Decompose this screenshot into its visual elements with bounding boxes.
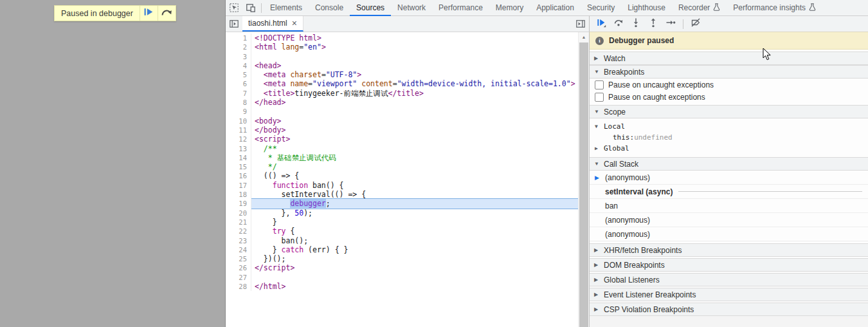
line-number[interactable]: 26: [226, 263, 251, 272]
code-line[interactable]: /**: [251, 144, 578, 153]
line-number[interactable]: 23: [226, 236, 251, 245]
resume-button[interactable]: [596, 17, 606, 30]
code-line[interactable]: } catch (err) { }: [251, 245, 578, 254]
line-number[interactable]: 5: [226, 70, 251, 79]
call-stack-frame-setinterval-async[interactable]: setInterval (async): [590, 185, 868, 199]
checkbox-pause-on-caught-exceptions[interactable]: [595, 93, 604, 102]
step-into-button[interactable]: [631, 17, 641, 30]
code-line[interactable]: <body>: [251, 117, 578, 126]
code-line[interactable]: (() => {: [251, 171, 578, 180]
code-line[interactable]: * 基础禁止调试代码: [251, 153, 578, 162]
code-line[interactable]: </script>: [251, 263, 578, 272]
editor-scrollbar[interactable]: ▲: [578, 32, 589, 327]
scope-local[interactable]: ▼ Local: [590, 120, 868, 132]
call-stack-frame-anonymous[interactable]: (anonymous): [590, 213, 868, 227]
line-number[interactable]: 9: [226, 107, 251, 116]
code-line[interactable]: <meta charset="UTF-8">: [251, 70, 578, 79]
line-number[interactable]: 27: [226, 273, 251, 282]
code-line[interactable]: [251, 273, 578, 282]
line-number[interactable]: 1: [226, 33, 251, 42]
file-tab-tiaoshi-html[interactable]: tiaoshi.html ×: [242, 16, 303, 32]
line-number[interactable]: 16: [226, 171, 251, 180]
scope-section-header[interactable]: ▼ Scope: [590, 105, 868, 118]
line-number[interactable]: 6: [226, 79, 251, 88]
tab-performance-insights[interactable]: Performance insights: [727, 0, 822, 16]
call-stack-frame-ban[interactable]: ban: [590, 199, 868, 213]
code-line[interactable]: setInterval(() => {: [251, 190, 578, 199]
code-line[interactable]: }: [251, 218, 578, 227]
step-over-button[interactable]: [613, 17, 624, 30]
toggle-sidebar-icon[interactable]: [572, 16, 589, 32]
line-number[interactable]: 17: [226, 181, 251, 190]
code-line[interactable]: <head>: [251, 61, 578, 70]
code-line[interactable]: debugger;: [251, 199, 578, 208]
line-number[interactable]: 8: [226, 98, 251, 107]
scroll-up-icon[interactable]: ▲: [579, 32, 589, 42]
breakpoints-section-header[interactable]: ▼ Breakpoints: [590, 65, 868, 79]
step-over-button[interactable]: [158, 6, 176, 21]
code-line[interactable]: <!DOCTYPE html>: [251, 33, 578, 42]
line-number[interactable]: 2: [226, 42, 251, 51]
code-line[interactable]: try {: [251, 227, 578, 236]
tab-performance[interactable]: Performance: [432, 0, 489, 16]
tab-lighthouse[interactable]: Lighthouse: [621, 0, 672, 16]
line-number[interactable]: 13: [226, 144, 251, 153]
device-toolbar-icon[interactable]: [242, 0, 259, 15]
line-number[interactable]: 25: [226, 254, 251, 263]
deactivate-breakpoints-button[interactable]: [691, 17, 701, 30]
code-line[interactable]: function ban() {: [251, 181, 578, 190]
step-out-button[interactable]: [648, 17, 658, 30]
code-line[interactable]: <html lang="en">: [251, 42, 578, 51]
code-line[interactable]: })();: [251, 254, 578, 263]
resume-script-button[interactable]: [140, 6, 158, 21]
tab-security[interactable]: Security: [581, 0, 621, 16]
watch-section-header[interactable]: ▶ Watch: [590, 51, 868, 65]
scope-global[interactable]: ▶ Global: [590, 142, 868, 154]
code-line[interactable]: <script>: [251, 135, 578, 144]
dom-breakpoints-header[interactable]: ▶DOM Breakpoints: [590, 258, 868, 272]
line-number[interactable]: 10: [226, 117, 251, 126]
line-number[interactable]: 4: [226, 61, 251, 70]
code-line[interactable]: */: [251, 162, 578, 171]
scrollbar-thumb[interactable]: [579, 42, 588, 327]
tab-application[interactable]: Application: [530, 0, 581, 16]
line-number[interactable]: 22: [226, 227, 251, 236]
tab-sources[interactable]: Sources: [350, 0, 391, 16]
code-line[interactable]: </html>: [251, 282, 578, 291]
call-stack-frame-anonymous[interactable]: (anonymous): [590, 227, 868, 241]
inspect-element-icon[interactable]: [226, 0, 242, 15]
csp-violation-breakpoints-header[interactable]: ▶CSP Violation Breakpoints: [590, 303, 868, 316]
code-line[interactable]: </head>: [251, 98, 578, 107]
code-line[interactable]: <title>tinygeeker-前端禁止调试</title>: [251, 89, 578, 98]
line-number[interactable]: 11: [226, 126, 251, 135]
code-line[interactable]: ban();: [251, 236, 578, 245]
step-button[interactable]: [665, 17, 676, 30]
code-line[interactable]: <meta name="viewport" content="width=dev…: [251, 79, 578, 88]
scope-this-row[interactable]: this: undefined: [590, 132, 868, 142]
code-line[interactable]: [251, 107, 578, 116]
tab-recorder[interactable]: Recorder: [672, 0, 727, 16]
line-number[interactable]: 20: [226, 209, 251, 218]
tab-network[interactable]: Network: [391, 0, 432, 16]
line-number[interactable]: 18: [226, 190, 251, 199]
code-line[interactable]: }, 50);: [251, 209, 578, 218]
line-number[interactable]: 28: [226, 282, 251, 291]
checkbox-pause-on-uncaught-exceptions[interactable]: [595, 80, 604, 89]
breakpoint-option-pause-on-uncaught-exceptions[interactable]: Pause on uncaught exceptions: [590, 79, 868, 91]
line-number[interactable]: 14: [226, 153, 251, 162]
line-number[interactable]: 3: [226, 52, 251, 61]
call-stack-frame-anonymous[interactable]: ▶(anonymous): [590, 171, 868, 185]
breakpoint-option-pause-on-caught-exceptions[interactable]: Pause on caught exceptions: [590, 91, 868, 103]
global-listeners-header[interactable]: ▶Global Listeners: [590, 273, 868, 286]
show-navigator-icon[interactable]: [226, 16, 242, 32]
line-number[interactable]: 7: [226, 89, 251, 98]
tab-console[interactable]: Console: [309, 0, 350, 16]
event-listener-breakpoints-header[interactable]: ▶Event Listener Breakpoints: [590, 288, 868, 301]
xhr-fetch-breakpoints-header[interactable]: ▶XHR/fetch Breakpoints: [590, 243, 868, 257]
line-number[interactable]: 15: [226, 162, 251, 171]
close-tab-icon[interactable]: ×: [292, 19, 297, 28]
tab-memory[interactable]: Memory: [489, 0, 530, 16]
line-number[interactable]: 24: [226, 245, 251, 254]
call-stack-section-header[interactable]: ▼ Call Stack: [590, 157, 868, 171]
code-line[interactable]: [251, 52, 578, 61]
